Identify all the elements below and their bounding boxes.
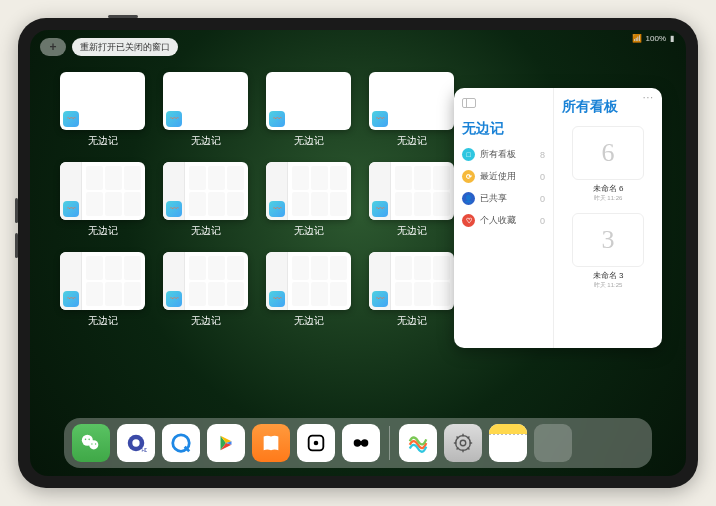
freeform-app-icon: 〰 [166,291,182,307]
dock-app-wechat[interactable] [72,424,110,462]
dock-app-play[interactable] [207,424,245,462]
status-bar: 📶 100% ▮ [632,34,674,43]
window-label: 无边记 [294,224,324,238]
sidebar: 无边记 □所有看板8⟳最近使用0👤已共享0♡个人收藏0 [454,88,554,348]
wifi-icon: 📶 [632,34,642,43]
board-thumbnail: 6 [572,126,644,180]
boards-title: 所有看板 [562,98,654,116]
window-label: 无边记 [191,134,221,148]
board-item[interactable]: 3未命名 3昨天 11:25 [562,213,654,290]
sidebar-item-count: 0 [540,216,545,226]
screen: 📶 100% ▮ + 重新打开已关闭的窗口 〰无边记〰无边记〰无边记〰无边记〰无… [30,30,686,476]
window-label: 无边记 [294,314,324,328]
freeform-app-icon: 〰 [63,291,79,307]
board-item[interactable]: 6未命名 6昨天 11:26 [562,126,654,203]
sidebar-item-count: 8 [540,150,545,160]
board-timestamp: 昨天 11:26 [594,194,623,203]
expanded-window[interactable]: ··· 无边记 □所有看板8⟳最近使用0👤已共享0♡个人收藏0 所有看板 6未命… [454,88,662,348]
svg-point-2 [85,439,87,441]
sidebar-toggle-icon[interactable] [462,98,476,108]
sidebar-item[interactable]: 👤已共享0 [462,192,545,205]
dock-app-freeform[interactable] [399,424,437,462]
window-thumbnail[interactable]: 〰无边记 [369,162,454,246]
window-label: 无边记 [397,134,427,148]
more-icon[interactable]: ··· [643,92,654,103]
svg-point-11 [314,441,319,446]
svg-text:HD: HD [142,448,148,453]
category-icon: 👤 [462,192,475,205]
window-label: 无边记 [294,134,324,148]
freeform-app-icon: 〰 [269,291,285,307]
battery-icon: ▮ [670,34,674,43]
dock-app-notes[interactable] [489,424,527,462]
window-label: 无边记 [88,224,118,238]
sidebar-item-label: 最近使用 [480,170,516,183]
dock-app-folder[interactable] [534,424,572,462]
windows-grid: 〰无边记〰无边记〰无边记〰无边记〰无边记〰无边记〰无边记〰无边记〰无边记〰无边记… [60,72,454,336]
sidebar-item-label: 所有看板 [480,148,516,161]
battery-percentage: 100% [646,34,666,43]
sidebar-item-label: 个人收藏 [480,214,516,227]
power-button [108,15,138,18]
window-label: 无边记 [88,134,118,148]
window-label: 无边记 [191,314,221,328]
sidebar-item[interactable]: ⟳最近使用0 [462,170,545,183]
reopen-closed-window-button[interactable]: 重新打开已关闭的窗口 [72,38,178,56]
freeform-app-icon: 〰 [63,111,79,127]
top-controls: + 重新打开已关闭的窗口 [40,38,178,56]
window-thumbnail[interactable]: 〰无边记 [60,162,145,246]
window-thumbnail[interactable]: 〰无边记 [369,252,454,336]
window-label: 无边记 [397,314,427,328]
window-thumbnail[interactable]: 〰无边记 [163,162,248,246]
dock-app-qbrowser[interactable] [162,424,200,462]
dock-app-dice[interactable] [297,424,335,462]
board-label: 未命名 3 [593,270,624,281]
dock: HD [64,418,652,468]
ipad-device: 📶 100% ▮ + 重新打开已关闭的窗口 〰无边记〰无边记〰无边记〰无边记〰无… [18,18,698,488]
board-thumbnail: 3 [572,213,644,267]
freeform-app-icon: 〰 [63,201,79,217]
svg-rect-14 [357,441,364,445]
dock-app-qhd[interactable]: HD [117,424,155,462]
window-thumbnail[interactable]: 〰无边记 [266,72,351,156]
dock-app-oo[interactable] [342,424,380,462]
dock-app-settings[interactable] [444,424,482,462]
freeform-app-icon: 〰 [269,201,285,217]
svg-point-4 [91,443,92,444]
dock-app-books[interactable] [252,424,290,462]
window-thumbnail[interactable]: 〰无边记 [60,252,145,336]
sidebar-item[interactable]: □所有看板8 [462,148,545,161]
boards-panel: 所有看板 6未命名 6昨天 11:263未命名 3昨天 11:25 [554,88,662,348]
svg-point-16 [460,440,466,446]
freeform-app-icon: 〰 [372,111,388,127]
sidebar-item-count: 0 [540,172,545,182]
sidebar-item-label: 已共享 [480,192,507,205]
category-icon: ⟳ [462,170,475,183]
freeform-app-icon: 〰 [166,111,182,127]
window-label: 无边记 [397,224,427,238]
freeform-app-icon: 〰 [269,111,285,127]
sidebar-item[interactable]: ♡个人收藏0 [462,214,545,227]
window-thumbnail[interactable]: 〰无边记 [163,252,248,336]
svg-point-5 [95,443,96,444]
sidebar-title: 无边记 [462,120,545,138]
volume-up-button [15,198,18,223]
window-thumbnail[interactable]: 〰无边记 [266,162,351,246]
window-thumbnail[interactable]: 〰无边记 [163,72,248,156]
freeform-app-icon: 〰 [166,201,182,217]
window-label: 无边记 [88,314,118,328]
freeform-app-icon: 〰 [372,291,388,307]
window-label: 无边记 [191,224,221,238]
volume-down-button [15,233,18,258]
window-thumbnail[interactable]: 〰无边记 [369,72,454,156]
svg-point-1 [89,440,98,449]
window-thumbnail[interactable]: 〰无边记 [266,252,351,336]
board-timestamp: 昨天 11:25 [594,281,623,290]
window-thumbnail[interactable]: 〰无边记 [60,72,145,156]
board-label: 未命名 6 [593,183,624,194]
category-icon: □ [462,148,475,161]
freeform-app-icon: 〰 [372,201,388,217]
category-icon: ♡ [462,214,475,227]
dock-separator [389,426,390,460]
new-window-button[interactable]: + [40,38,66,56]
